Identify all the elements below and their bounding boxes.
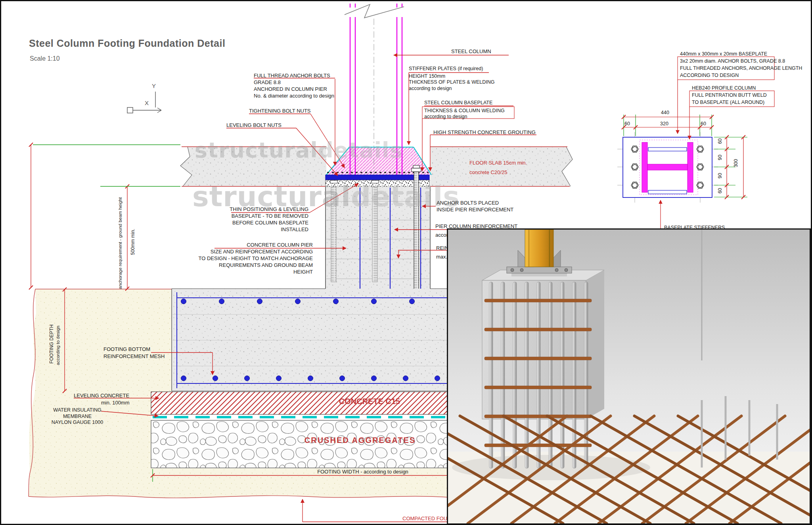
- annotation-line: THICKNESS OF PLATES & WELDING: [409, 79, 494, 86]
- pier-side: [586, 270, 604, 419]
- note-heb240: HEB240 PROFILE COLUMN FULL PENTRATION BU…: [692, 84, 767, 106]
- drawing-scale: Scale 1:10: [30, 55, 60, 62]
- annotation-line: according to design: [409, 86, 494, 92]
- dim-90-a: 90: [717, 155, 723, 160]
- annotation-line: INSTALLED: [190, 226, 308, 233]
- annotation-line: 440mm x 300mm x 20mm BASEPLATE: [680, 50, 802, 57]
- label-500mm-min: 500mm min.: [130, 207, 136, 255]
- annotation-line: FULL THREADED ANCHORS, ANCHORAGE LENGTH: [680, 65, 802, 72]
- annotation-line: SIZE AND REINFORCEMENT ACCORDING: [168, 248, 313, 255]
- label-anchorage-requirement: anchorage requirement - ground beam heig…: [118, 180, 123, 289]
- dim-60-left: 60: [624, 121, 630, 126]
- annotation-concrete-grouting: HIGH STRENGTH CONCRETE GROUTING: [433, 129, 536, 136]
- baseplate-plan-detail: [617, 57, 774, 230]
- annotation-stiffener-plates: STIFFENER PLATES (if required) HEIGHT 15…: [409, 66, 494, 92]
- annotation-line: 3x2 20mm diam. ANCHOR BOLTS, GRADE 8.8: [680, 57, 802, 65]
- annotation-leveling-bolt-nuts: LEVELING BOLT NUTS: [226, 122, 282, 128]
- label-footing-depth-note: according to design: [56, 315, 60, 365]
- annotation-thin-positioning-baseplate: THIN POSITIONING & LEVELING BASEPLATE - …: [190, 206, 308, 233]
- annotation-line: CONCRETE COLUMN PIER: [168, 241, 313, 248]
- annotation-steel-column: STEEL COLUMN: [451, 48, 491, 55]
- extension-lines: [33, 145, 180, 186]
- annotation-footing-bottom-mesh: FOOTING BOTTOM REINFORCEMENT MESH: [103, 346, 165, 360]
- note-baseplate: 440mm x 300mm x 20mm BASEPLATE 3x2 20mm …: [680, 50, 802, 79]
- annotation-line: TO DESIGN - HEIGHT TO MATCH ANCHORAGE: [168, 255, 313, 262]
- label-footing-depth: FOOTING DEPTH: [49, 317, 54, 364]
- label-floor-slab: FLOOR SLAB 15cm min.: [469, 159, 527, 166]
- render-3d-inset: [447, 228, 811, 525]
- annotation-line: No. & diameter according to design: [254, 92, 334, 99]
- annotation-line: TO BASEPLATE (ALL AROUND): [692, 99, 767, 106]
- annotation-line: FOOTING BOTTOM: [103, 346, 165, 353]
- annotation-line: FULL PENTRATION BUTT WELD: [692, 92, 767, 99]
- axis-label-y: Y: [152, 82, 156, 89]
- render-3d-image: [448, 230, 810, 523]
- annotation-line: REQUIREMENTS AND GROUND BEAM: [168, 262, 313, 268]
- annotation-leveling-concrete-min: min. 100mm: [101, 399, 130, 406]
- annotation-line: HEIGHT: [168, 268, 313, 275]
- annotation-line: STIFFENER PLATES (if required): [409, 66, 494, 72]
- break-symbol: [345, 4, 404, 18]
- annotation-line: GRADE 8.8: [254, 79, 334, 86]
- stiffener-plate: [648, 190, 687, 194]
- annotation-line: REINFORCEMENT MESH: [103, 353, 165, 360]
- annotation-line: STEEL COLUMN BASEPLATE: [424, 100, 505, 106]
- annotation-water-membrane: WATER INSULATING MEMBRANE NAYLON GAUGE 1…: [50, 407, 105, 426]
- annotation-line: HEB240 PROFILE COLUMN: [692, 84, 767, 92]
- annotation-anchor-bolts-placed: ANCHOR BOLTS PLACED INSIDE PIER REINFORC…: [437, 199, 513, 213]
- annotation-leveling-concrete: LEVELING CONCRETE: [74, 392, 129, 399]
- page-title: Steel Column Footing Foundation Detail: [29, 38, 225, 49]
- annotation-line: INSIDE PIER REINFORCEMENT: [437, 206, 513, 213]
- dim-300: 300: [733, 159, 739, 167]
- dim-60-b: 60: [717, 188, 723, 194]
- annotation-concrete-column-pier: CONCRETE COLUMN PIER SIZE AND REINFORCEM…: [168, 241, 313, 275]
- annotation-steel-column-baseplate: STEEL COLUMN BASEPLATE THICKNESS & COLUM…: [424, 100, 505, 120]
- dim-60-right: 60: [701, 121, 706, 126]
- annotation-line: ACCORDING TO DESIGN: [680, 72, 802, 79]
- axis-label-x: X: [145, 100, 149, 106]
- annotation-line: BEFORE COLUMN BASEPLATE: [190, 219, 308, 226]
- label-footing-width: FOOTING WIDTH - according to design: [283, 468, 442, 475]
- dim-60-a: 60: [717, 138, 723, 144]
- render-baseplate: [507, 267, 572, 273]
- dim-440: 440: [661, 110, 669, 115]
- annotation-line: according to design: [424, 114, 505, 120]
- ucs-axis-icon: [127, 92, 161, 113]
- drawing-sheet: structuraldetails structuraldetails Stee…: [0, 0, 812, 525]
- annotation-line: THICKNESS & COLUMN WELDING: [424, 108, 505, 114]
- watermark: structuraldetails: [195, 138, 403, 163]
- annotation-line: BASEPLATE - TO BE REMOVED: [190, 213, 308, 219]
- annotation-full-thread-anchor-bolts: FULL THREAD ANCHOR BOLTS GRADE 8.8 ANCHO…: [254, 72, 334, 99]
- annotation-line: ANCHOR BOLTS PLACED: [437, 199, 513, 206]
- annotation-tightening-bolt-nuts: TIGHTENING BOLT NUTS: [249, 107, 311, 114]
- dim-90-b: 90: [717, 173, 723, 178]
- annotation-line: THIN POSITIONING & LEVELING: [190, 206, 308, 213]
- annotation-line: MEMBRANE: [50, 414, 105, 420]
- stiffener-plate: [648, 148, 687, 151]
- annotation-line: FULL THREAD ANCHOR BOLTS: [254, 72, 334, 79]
- dim-320: 320: [660, 121, 668, 126]
- annotation-line: NAYLON GAUGE 1000: [50, 420, 105, 426]
- annotation-line: WATER INSULATING: [50, 407, 105, 414]
- label-floor-slab-concrete: concrete C20/25: [469, 169, 507, 176]
- annotation-line: HEIGHT 150mm: [409, 73, 494, 80]
- annotation-line: ANCHORED IN COLUMN PIER: [254, 86, 334, 92]
